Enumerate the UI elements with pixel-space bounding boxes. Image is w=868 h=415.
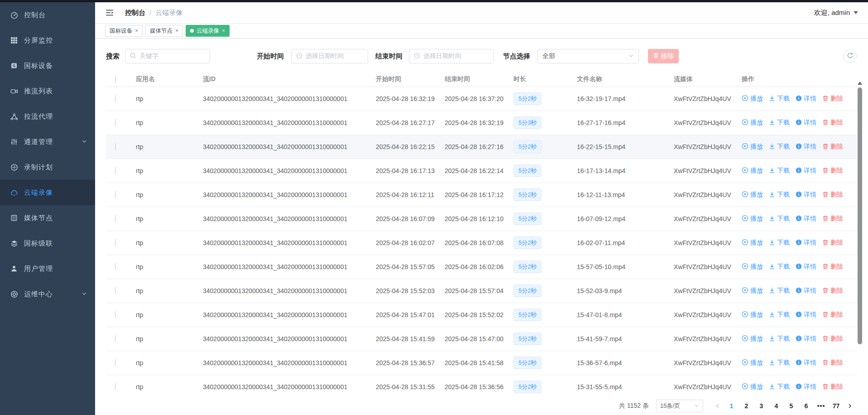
page-size-select[interactable]: 15条/页 (656, 400, 703, 412)
search-input[interactable]: 关键字 (125, 49, 210, 63)
detail-button[interactable]: 详情 (796, 191, 816, 199)
sidebar-item-push-stream[interactable]: 推流列表 (0, 78, 95, 104)
sidebar-item-pull-proxy[interactable]: 拉流代理 (0, 104, 95, 129)
row-checkbox[interactable] (115, 359, 116, 367)
sidebar-collapse-icon[interactable] (105, 8, 115, 18)
detail-button[interactable]: 详情 (796, 215, 816, 223)
remove-button[interactable]: 移除 (648, 49, 679, 63)
page-number-3[interactable]: 3 (754, 402, 769, 410)
end-time-input[interactable]: 选择日期时间 (409, 49, 494, 63)
row-checkbox[interactable] (115, 143, 116, 150)
play-button[interactable]: 播放 (742, 215, 763, 223)
node-select[interactable]: 全部 (537, 49, 639, 63)
delete-button[interactable]: 删除 (822, 335, 843, 343)
start-time-input[interactable]: 选择日期时间 (291, 49, 368, 63)
scroll-up-arrow-icon[interactable] (858, 82, 862, 85)
sidebar-item-gb-device[interactable]: G国标设备 (0, 53, 95, 78)
delete-button[interactable]: 删除 (822, 143, 843, 151)
play-button[interactable]: 播放 (742, 311, 763, 319)
pagination-ellipsis[interactable]: ••• (814, 402, 829, 410)
detail-button[interactable]: 详情 (796, 95, 816, 103)
download-button[interactable]: 下载 (769, 335, 790, 343)
download-button[interactable]: 下载 (769, 167, 790, 175)
download-button[interactable]: 下载 (769, 311, 790, 319)
delete-button[interactable]: 删除 (822, 119, 843, 127)
detail-button[interactable]: 详情 (796, 143, 816, 151)
page-number-5[interactable]: 5 (784, 402, 799, 410)
detail-button[interactable]: 详情 (796, 239, 816, 247)
row-checkbox[interactable] (115, 167, 116, 174)
detail-button[interactable]: 详情 (796, 311, 816, 319)
play-button[interactable]: 播放 (742, 383, 763, 391)
play-button[interactable]: 播放 (742, 359, 763, 367)
tag-view-tab-1[interactable]: 国标设备× (105, 25, 143, 37)
sidebar-item-split-screen[interactable]: 分屏监控 (0, 28, 95, 53)
page-number-4[interactable]: 4 (769, 402, 784, 410)
delete-button[interactable]: 删除 (822, 311, 843, 319)
delete-button[interactable]: 删除 (822, 359, 843, 367)
play-button[interactable]: 播放 (742, 191, 763, 199)
close-icon[interactable]: × (222, 28, 225, 34)
user-menu[interactable]: 欢迎, admin (814, 9, 858, 17)
detail-button[interactable]: 详情 (796, 359, 816, 367)
page-number-2[interactable]: 2 (739, 402, 754, 410)
delete-button[interactable]: 删除 (822, 263, 843, 271)
sidebar-item-record-plan[interactable]: 录制计划 (0, 154, 95, 180)
play-button[interactable]: 播放 (742, 263, 763, 271)
sidebar-item-cloud-record[interactable]: 云端录像 (0, 180, 95, 205)
play-button[interactable]: 播放 (742, 335, 763, 343)
download-button[interactable]: 下载 (769, 287, 790, 295)
row-checkbox[interactable] (115, 239, 116, 246)
delete-button[interactable]: 删除 (822, 167, 843, 175)
row-checkbox[interactable] (115, 215, 116, 222)
sidebar-item-user-manage[interactable]: 用户管理 (0, 256, 95, 281)
download-button[interactable]: 下载 (769, 95, 790, 103)
detail-button[interactable]: 详情 (796, 263, 816, 271)
play-button[interactable]: 播放 (742, 143, 763, 151)
play-button[interactable]: 播放 (742, 287, 763, 295)
row-checkbox[interactable] (115, 95, 116, 102)
delete-button[interactable]: 删除 (822, 95, 843, 103)
vertical-scrollbar[interactable] (857, 72, 863, 401)
play-button[interactable]: 播放 (742, 119, 763, 127)
row-checkbox[interactable] (115, 191, 116, 198)
download-button[interactable]: 下载 (769, 143, 790, 151)
page-number-1[interactable]: 1 (724, 402, 739, 410)
delete-button[interactable]: 删除 (822, 191, 843, 199)
download-button[interactable]: 下载 (769, 383, 790, 391)
refresh-button[interactable] (843, 49, 857, 63)
row-checkbox[interactable] (115, 335, 116, 343)
close-icon[interactable]: × (175, 28, 178, 34)
delete-button[interactable]: 删除 (822, 383, 843, 391)
play-button[interactable]: 播放 (742, 167, 763, 175)
play-button[interactable]: 播放 (742, 95, 763, 103)
tag-view-tab-3[interactable]: 云端录像× (186, 25, 230, 37)
detail-button[interactable]: 详情 (796, 167, 816, 175)
download-button[interactable]: 下载 (769, 119, 790, 127)
next-page-button[interactable] (844, 403, 856, 409)
detail-button[interactable]: 详情 (796, 383, 816, 391)
row-checkbox[interactable] (115, 311, 116, 318)
download-button[interactable]: 下载 (769, 263, 790, 271)
row-checkbox[interactable] (115, 383, 116, 391)
play-button[interactable]: 播放 (742, 239, 763, 247)
scrollbar-thumb[interactable] (858, 87, 862, 344)
delete-button[interactable]: 删除 (822, 287, 843, 295)
select-all-checkbox[interactable] (115, 76, 116, 83)
close-icon[interactable]: × (135, 28, 138, 34)
page-number-77[interactable]: 77 (829, 402, 844, 410)
download-button[interactable]: 下载 (769, 359, 790, 367)
page-number-6[interactable]: 6 (799, 402, 814, 410)
detail-button[interactable]: 详情 (796, 287, 816, 295)
download-button[interactable]: 下载 (769, 191, 790, 199)
row-checkbox[interactable] (115, 119, 116, 126)
row-checkbox[interactable] (115, 263, 116, 270)
tag-view-tab-2[interactable]: 媒体节点× (145, 25, 183, 37)
delete-button[interactable]: 删除 (822, 215, 843, 223)
delete-button[interactable]: 删除 (822, 239, 843, 247)
breadcrumb-root[interactable]: 控制台 (125, 9, 145, 17)
sidebar-item-media-node[interactable]: 媒体节点 (0, 205, 95, 231)
download-button[interactable]: 下载 (769, 215, 790, 223)
sidebar-item-gb-cascade[interactable]: 国标级联 (0, 231, 95, 256)
download-button[interactable]: 下载 (769, 239, 790, 247)
